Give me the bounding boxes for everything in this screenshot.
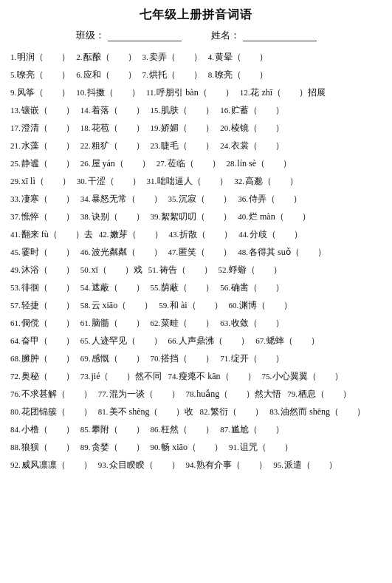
vocab-item: 41.翻来 fù（ ）去 <box>10 227 93 242</box>
items-row: 29.xī lì（ ）30.干涩（ ）31.咄咄逼人（ ）32.高邈（ ） <box>10 174 382 190</box>
item-text: 呼朋引 bàn（ ） <box>157 85 233 100</box>
vocab-item: 11.呼朋引 bàn（ ） <box>146 85 234 100</box>
class-field: 班级： <box>76 29 182 42</box>
item-number: 61. <box>10 316 21 330</box>
item-text: 沐浴（ ） <box>21 262 75 277</box>
vocab-item: 39.絮絮叨叨（ ） <box>151 209 233 224</box>
vocab-item: 87.尴尬（ ） <box>220 422 284 437</box>
item-number: 22. <box>80 139 91 153</box>
item-number: 19. <box>151 121 161 135</box>
vocab-item: 93.众目睽睽（ ） <box>98 457 180 472</box>
vocab-item: 52.蜉蝣（ ） <box>219 262 283 277</box>
item-number: 58. <box>80 299 91 313</box>
item-text: 蟋蟀（ ） <box>267 333 320 348</box>
item-text: 嫩芽（ ） <box>110 227 163 242</box>
vocab-item: 14.着落（ ） <box>80 103 145 117</box>
vocab-item: 55.荫蔽（ ） <box>151 280 215 295</box>
vocab-item: 28.lín sè（ ） <box>227 156 292 171</box>
item-number: 11. <box>146 86 156 100</box>
vocab-item: 36.侍弄（ ） <box>238 191 302 206</box>
item-text: 祷告（ ） <box>159 262 213 277</box>
item-number: 43. <box>169 228 179 242</box>
item-number: 14. <box>80 103 91 117</box>
item-text: 棱镜（ ） <box>231 120 284 135</box>
vocab-item: 83.油然而 shēng（ ） <box>269 404 365 419</box>
item-text: 睫毛（ ） <box>161 138 214 153</box>
items-row: 61.倜傥（ ）61.脑髓（ ）62.菜畦（ ）63.收敛（ ） <box>10 316 382 332</box>
item-number: 69. <box>80 352 91 366</box>
item-text: 粗犷（ ） <box>92 138 145 153</box>
vocab-item: 67.蟋蟀（ ） <box>255 333 320 348</box>
item-text: 威风凛凛（ ） <box>21 457 92 472</box>
vocab-item: 1.明润（ ） <box>10 50 70 64</box>
items-row: 5.嘹亮（ ）6.应和（ ）7.烘托（ ）8.嘹亮（ ） <box>10 67 382 83</box>
items-row: 64.奋甲（ ）65.人迹罕见（ ）66.人声鼎沸（ ）67.蟋蟀（ ） <box>10 333 382 350</box>
vocab-item: 61.脑髓（ ） <box>80 316 145 330</box>
item-text: 油然而 shēng（ ） <box>281 404 365 419</box>
vocab-item: 85.攀附（ ） <box>80 422 145 437</box>
item-text: 渊博（ ） <box>239 298 292 313</box>
items-row: 72.奥秘（ ）73.jié（ ）然不同74.瘦瘪不 kān（ ）75.小心翼翼… <box>10 369 382 385</box>
vocab-item: 19.娇媚（ ） <box>151 120 215 135</box>
item-number: 80. <box>10 405 21 419</box>
header-row: 班级： 姓名： <box>10 29 382 42</box>
vocab-item: 43.折散（ ） <box>169 227 233 242</box>
item-text: 云 xiāo（ ） <box>92 298 154 313</box>
item-text: 暴怒无常（ ） <box>92 191 162 206</box>
vocab-item: 3.卖弄（ ） <box>142 50 202 64</box>
class-label: 班级： <box>76 29 105 42</box>
vocab-item: 53.徘徊（ ） <box>10 280 75 295</box>
item-number: 51. <box>148 263 159 277</box>
item-text: 倜傥（ ） <box>21 316 75 330</box>
item-text: 肌肤（ ） <box>161 103 214 117</box>
item-text: 畅 xiāo（ ） <box>161 440 223 454</box>
item-text: 凄寒（ ） <box>21 191 75 206</box>
item-text: 臃肿（ ） <box>21 351 75 366</box>
vocab-item: 89.贪婪（ ） <box>80 440 145 454</box>
item-number: 84. <box>10 423 21 437</box>
item-number: 28. <box>227 157 237 171</box>
item-text: 蜉蝣（ ） <box>229 262 282 277</box>
item-text: 嘹亮（ ） <box>17 67 70 82</box>
vocab-item: 27.莅临（ ） <box>157 156 221 171</box>
vocab-item: 30.干涩（ ） <box>77 174 141 188</box>
item-number: 54. <box>80 281 91 295</box>
item-text: 澄清（ ） <box>21 120 75 135</box>
items-row: 41.翻来 fù（ ）去42.嫩芽（ ）43.折散（ ）44.分歧（ ） <box>10 227 382 243</box>
items-row: 45.霎时（ ）46.波光粼粼（ ）47.匿笑（ ）48.各得其 suǒ（ ） <box>10 245 382 261</box>
vocab-item: 7.烘托（ ） <box>142 67 202 82</box>
class-underline <box>108 30 182 41</box>
vocab-item: 37.憔悴（ ） <box>10 209 75 224</box>
item-text: 美不 shèng（ ）收 <box>109 404 194 419</box>
item-text: xī（ ）戏 <box>92 262 142 277</box>
item-text: 脑髓（ ） <box>92 316 145 330</box>
item-number: 83. <box>269 405 280 419</box>
item-number: 76. <box>10 387 21 401</box>
item-number: 9. <box>10 86 16 100</box>
items-row: 84.小橹（ ）85.攀附（ ）86.枉然（ ）87.尴尬（ ） <box>10 422 382 438</box>
vocab-item: 54.遮蔽（ ） <box>80 280 145 295</box>
item-text: 烘托（ ） <box>149 67 202 82</box>
item-number: 6. <box>76 68 82 82</box>
vocab-item: 78.huǎng（ ）然大悟 <box>186 386 282 401</box>
item-number: 13. <box>10 103 21 117</box>
item-number: 26. <box>80 157 91 171</box>
name-label: 姓名： <box>211 29 240 42</box>
item-text: 花苞（ ） <box>92 120 145 135</box>
item-number: 15. <box>151 103 161 117</box>
item-text: 干涩（ ） <box>88 174 141 188</box>
item-text: 水藻（ ） <box>21 138 75 153</box>
item-text: 攀附（ ） <box>92 422 145 437</box>
item-text: 风筝（ ） <box>17 85 70 100</box>
vocab-item: 79.栖息（ ） <box>287 386 351 401</box>
item-text: 静谧（ ） <box>21 156 75 171</box>
item-number: 33. <box>10 192 21 206</box>
item-number: 25. <box>10 157 21 171</box>
item-number: 75. <box>262 369 272 383</box>
item-text: 搭挡（ ） <box>161 351 214 366</box>
item-number: 38. <box>80 210 91 224</box>
item-text: 混为一谈（ ） <box>109 386 180 401</box>
item-number: 31. <box>147 174 157 188</box>
items-row: 76.不求甚解（ ）77.混为一谈（ ）78.huǎng（ ）然大悟79.栖息（… <box>10 386 382 403</box>
item-text: 派遣（ ） <box>284 457 337 472</box>
